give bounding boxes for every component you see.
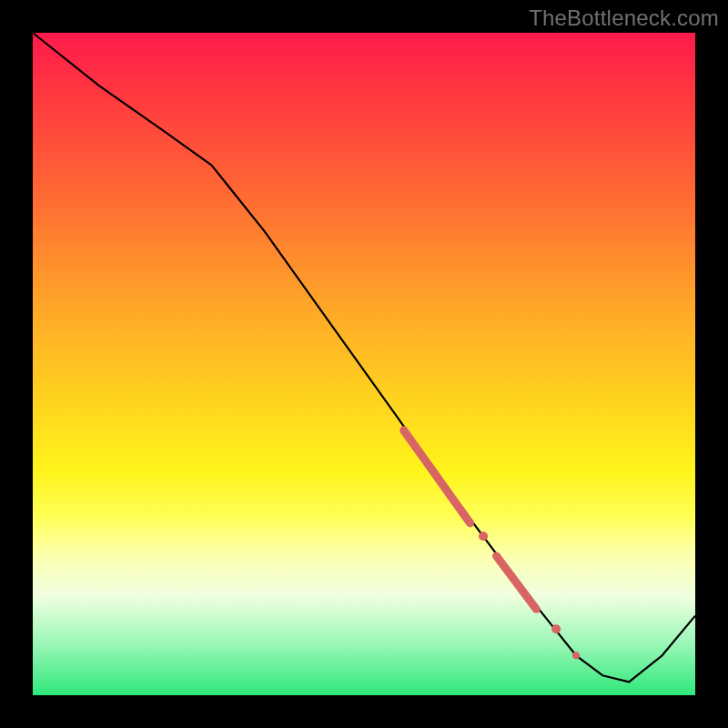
highlight-segment: [404, 430, 470, 523]
highlight-point: [572, 652, 580, 659]
highlight-markers: [404, 430, 580, 660]
highlight-point: [551, 624, 561, 633]
plot-area: [33, 33, 695, 695]
curve-layer: [33, 33, 695, 695]
bottleneck-curve: [33, 33, 695, 682]
highlight-segment: [497, 556, 537, 609]
watermark-text: TheBottleneck.com: [529, 5, 719, 31]
highlight-point: [479, 531, 488, 541]
chart-frame: TheBottleneck.com: [0, 0, 728, 728]
